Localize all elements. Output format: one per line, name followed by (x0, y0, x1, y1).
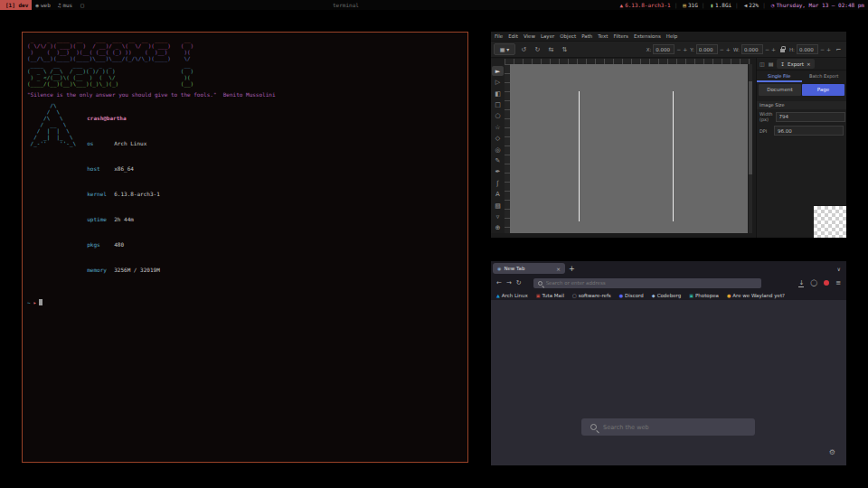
url-input[interactable] (546, 280, 727, 286)
shell-prompt[interactable]: ~ ▸ (27, 299, 463, 305)
tab-title: New Tab (504, 266, 524, 271)
bookmark-item[interactable]: ▢ software-refs (572, 293, 611, 298)
dropper-tool-icon[interactable]: ▿ (492, 211, 504, 221)
status-text: 6.13.8-arch3-1 (625, 0, 671, 10)
bookmark-item[interactable]: ● Are we Wayland yet? (727, 293, 785, 298)
search-icon (590, 424, 597, 430)
downloads-icon[interactable]: ↓ (798, 279, 804, 287)
export-field-input[interactable] (774, 126, 844, 136)
rotate-cw-icon[interactable]: ↻ (533, 46, 542, 53)
bookmark-item[interactable]: ▣ Photopea (689, 293, 719, 298)
account-icon[interactable]: ◯ (810, 279, 817, 286)
aspect-lock-icon[interactable] (780, 46, 785, 52)
export-field: DPI (757, 124, 846, 137)
web-search-input[interactable] (603, 424, 739, 431)
shape-builder-tool-icon[interactable]: ◧ (492, 89, 504, 99)
bookmark-item[interactable]: ● Discord (619, 293, 644, 298)
inkscape-window: File Edit View Layer Object Path Text Fi… (491, 32, 846, 238)
rectangle-tool-icon[interactable]: □ (492, 99, 504, 109)
zoom-tool-icon[interactable]: ⊕ (492, 223, 504, 233)
decrement-button[interactable]: − (765, 46, 769, 52)
menu-item[interactable]: Extensions (634, 33, 661, 39)
menu-item[interactable]: Filters (613, 33, 628, 39)
scrollbar-thumb[interactable] (749, 81, 752, 174)
back-button[interactable]: ← (496, 279, 502, 286)
text-tool-icon[interactable]: A (492, 189, 504, 199)
new-tab-button[interactable]: + (569, 265, 575, 273)
list-all-tabs-icon[interactable]: ∨ (837, 266, 841, 272)
forward-button[interactable]: → (506, 279, 512, 286)
node-tool-icon[interactable]: ▷ (492, 77, 504, 87)
rotate-ccw-icon[interactable]: ↺ (519, 46, 529, 53)
objects-dialog-icon[interactable]: ▤ (769, 61, 774, 67)
bookmark-item[interactable]: ▲ Arch Linux (496, 293, 528, 298)
gradient-tool-icon[interactable]: ▧ (492, 201, 504, 211)
terminal-window[interactable]: _ _ ____ __ ___ ___ __ __ ____ __ ( \/\/… (22, 32, 468, 463)
increment-button[interactable]: + (826, 46, 831, 52)
canvas[interactable] (510, 64, 748, 233)
decrement-button[interactable]: − (676, 46, 681, 52)
gear-icon[interactable]: ⚙ (829, 448, 835, 456)
web-search-box[interactable] (581, 418, 755, 436)
menu-item[interactable]: Edit (508, 33, 518, 39)
box3d-tool-icon[interactable]: ◇ (492, 133, 504, 143)
flip-horizontal-icon[interactable]: ⇆ (546, 46, 556, 53)
pencil-tool-icon[interactable]: ✎ (492, 155, 504, 165)
reload-button[interactable]: ↻ (516, 279, 522, 286)
browser-tab[interactable]: ◉ New Tab × (493, 263, 565, 274)
layout-indicator[interactable]: □ (76, 0, 89, 10)
layers-dialog-icon[interactable]: ◫ (760, 61, 765, 67)
decrement-button[interactable]: − (820, 46, 825, 52)
geometry-field: X: − + (646, 44, 688, 54)
menu-item[interactable]: Object (560, 33, 576, 39)
geometry-input[interactable] (797, 44, 818, 54)
bookmark-item[interactable]: ▣ Tuta Mail (536, 293, 564, 298)
export-scope-button[interactable]: Page (802, 84, 844, 96)
workspace-tag[interactable]: [1] dev (0, 0, 32, 10)
ascii-banner-line: ____ __ ___ _ _ _ __ (27, 61, 463, 68)
star-tool-icon[interactable]: ☆ (492, 122, 504, 132)
export-mode-tab[interactable]: Batch Export (802, 70, 847, 82)
url-bar[interactable] (533, 278, 761, 288)
geometry-input[interactable] (653, 44, 675, 54)
increment-button[interactable]: + (726, 46, 731, 52)
export-field-input[interactable] (776, 112, 845, 122)
increment-button[interactable]: + (683, 46, 687, 52)
export-dock: ◫ ▤ ↧ Export × Single File Batch Export … (756, 58, 846, 238)
export-dialog-tab[interactable]: ↧ Export × (777, 59, 814, 69)
menu-item[interactable]: View (524, 33, 535, 39)
ascii-banner-line: (__/\__)(____)(____)\___)\___/(_/\/\_)(_… (27, 55, 463, 61)
status-icon: ▮ (710, 0, 713, 10)
calligraphy-tool-icon[interactable]: ʃ (492, 178, 504, 188)
canvas-vertical-scrollbar[interactable] (749, 64, 752, 233)
snap-toggle-icon[interactable]: ⌐ (834, 46, 844, 53)
export-scope-button[interactable]: Document (759, 84, 801, 96)
bookmarks-bar: ▲ Arch Linux ▣ Tuta Mail ▢ software-refs… (491, 290, 846, 300)
geometry-input[interactable] (696, 44, 718, 54)
geometry-field-h: H: − + (789, 44, 831, 54)
flip-vertical-icon[interactable]: ⇅ (560, 46, 570, 53)
selector-tool-icon[interactable]: ► (492, 66, 504, 76)
menu-item[interactable]: File (495, 33, 503, 39)
bookmark-item[interactable]: ◆ Codeberg (652, 293, 681, 298)
ellipse-tool-icon[interactable]: ○ (492, 111, 504, 121)
menu-icon[interactable]: ≡ (835, 279, 841, 286)
increment-button[interactable]: + (771, 46, 776, 52)
pen-tool-icon[interactable]: ✒ (492, 167, 504, 177)
menu-item[interactable]: Help (666, 33, 678, 39)
selection-mode-dropdown[interactable]: ▦ ▾ (494, 43, 515, 55)
menu-item[interactable]: Layer (541, 33, 554, 39)
export-mode-tab[interactable]: Single File (757, 70, 802, 82)
decrement-button[interactable]: − (720, 46, 724, 52)
spiral-tool-icon[interactable]: ◎ (492, 145, 504, 155)
close-icon[interactable]: × (807, 61, 811, 67)
geometry-input[interactable] (741, 44, 763, 54)
menu-item[interactable]: Text (598, 33, 608, 39)
workspace-tag[interactable]: ♫ mus (54, 0, 76, 10)
tab-close-icon[interactable]: × (556, 266, 561, 272)
workspace-tag[interactable]: ◉ web (32, 0, 53, 10)
menu-item[interactable]: Path (581, 33, 592, 39)
status-bar: [1] dev ◉ web ♫ mus □ terminal ▲ 6.13.8-… (0, 0, 868, 10)
disk-indicator: ▤ 31G (671, 0, 698, 10)
extension-red-icon[interactable] (824, 280, 829, 286)
